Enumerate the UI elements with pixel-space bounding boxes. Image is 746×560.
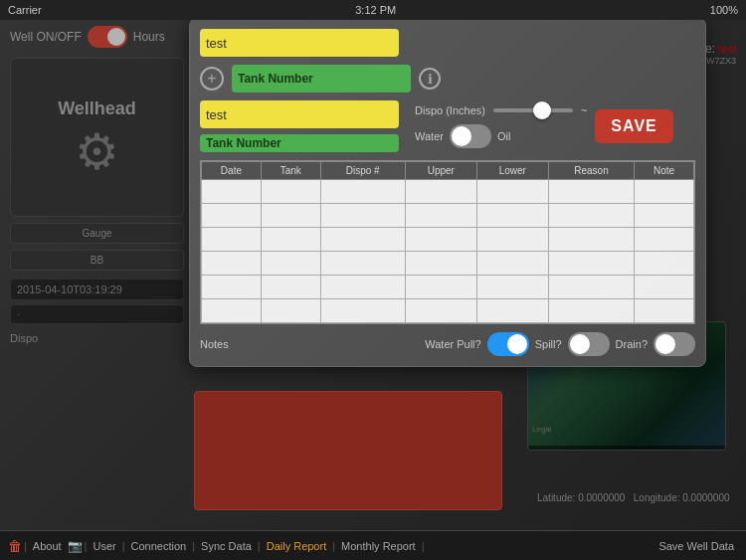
water-pull-label: Water Pull?: [425, 338, 480, 350]
trash-icon[interactable]: 🗑: [8, 538, 22, 554]
table-cell[interactable]: [405, 252, 476, 276]
drain-label: Drain?: [616, 338, 648, 350]
table-row: [202, 299, 694, 323]
modal-bottom-row: Notes Water Pull? Spill? Drain?: [200, 332, 695, 356]
sep7: |: [422, 540, 425, 552]
table-cell[interactable]: [548, 276, 634, 299]
table-cell[interactable]: [405, 276, 476, 299]
table-cell[interactable]: [320, 299, 405, 323]
table-cell[interactable]: [405, 299, 476, 323]
table-cell[interactable]: [202, 180, 262, 204]
table-cell[interactable]: [261, 180, 320, 204]
table-cell[interactable]: [635, 252, 694, 276]
table-cell[interactable]: [405, 180, 476, 204]
camera-icon[interactable]: 📷: [68, 539, 83, 553]
drain-toggle[interactable]: [653, 332, 695, 356]
water-pull-toggle[interactable]: [487, 332, 529, 356]
table-cell[interactable]: [476, 299, 548, 323]
table-cell[interactable]: [635, 276, 694, 299]
modal-form-row: Dispo (Inches) ~ Water Oil SAVE: [200, 100, 695, 152]
table-cell[interactable]: [202, 299, 262, 323]
drain-knob: [655, 334, 675, 354]
bottom-toolbar: 🗑 | About 📷 | User | Connection | Sync D…: [0, 530, 746, 560]
water-pull-knob: [507, 334, 527, 354]
dispo-section: Dispo (Inches) ~: [415, 104, 587, 116]
about-button[interactable]: About: [29, 540, 66, 552]
save-well-data-button[interactable]: Save Well Data: [654, 540, 738, 552]
sync-data-button[interactable]: Sync Data: [197, 540, 256, 552]
toggle-knob-water-oil: [452, 126, 471, 146]
table-cell[interactable]: [476, 180, 548, 204]
col-reason: Reason: [548, 162, 634, 180]
table-cell[interactable]: [635, 299, 694, 323]
add-button[interactable]: +: [200, 67, 224, 91]
monthly-report-button[interactable]: Monthly Report: [337, 540, 420, 552]
table-body: [202, 180, 694, 323]
col-note: Note: [635, 162, 694, 180]
modal-top-row: [200, 29, 695, 57]
col-dispo: Dispo #: [320, 162, 405, 180]
sep6: |: [332, 540, 335, 552]
table-row: [202, 204, 694, 228]
table-cell[interactable]: [261, 299, 320, 323]
well-name-input[interactable]: [200, 29, 399, 57]
water-label: Water: [415, 130, 444, 142]
table-cell[interactable]: [548, 180, 634, 204]
table-cell[interactable]: [320, 204, 405, 228]
modal-dialog: + ℹ Dispo (Inches) ~ Water Oil: [189, 18, 706, 367]
col-date: Date: [202, 162, 262, 180]
save-button[interactable]: SAVE: [595, 109, 672, 143]
table-cell[interactable]: [202, 252, 262, 276]
table-cell[interactable]: [405, 204, 476, 228]
dispo-slider-track: [493, 108, 573, 112]
table-cell[interactable]: [320, 276, 405, 299]
spill-knob: [570, 334, 590, 354]
table-cell[interactable]: [476, 204, 548, 228]
sep5: |: [258, 540, 261, 552]
info-button[interactable]: ℹ: [419, 68, 441, 90]
table-cell[interactable]: [548, 204, 634, 228]
table-row: [202, 276, 694, 299]
user-button[interactable]: User: [89, 540, 119, 552]
sep3: |: [122, 540, 125, 552]
water-pull-section: Water Pull? Spill? Drain?: [425, 332, 695, 356]
connection-button[interactable]: Connection: [127, 540, 191, 552]
table-cell[interactable]: [635, 204, 694, 228]
table-cell[interactable]: [476, 228, 548, 252]
table-cell[interactable]: [261, 276, 320, 299]
table-cell[interactable]: [635, 180, 694, 204]
table-cell[interactable]: [261, 252, 320, 276]
table-cell[interactable]: [320, 180, 405, 204]
table-cell[interactable]: [476, 276, 548, 299]
table-row: [202, 228, 694, 252]
water-oil-toggle[interactable]: [450, 124, 491, 148]
table-cell[interactable]: [548, 228, 634, 252]
table-cell[interactable]: [405, 228, 476, 252]
table-cell[interactable]: [548, 252, 634, 276]
sep1: |: [24, 540, 27, 552]
well-name-input-2[interactable]: [200, 100, 399, 128]
table-cell[interactable]: [548, 299, 634, 323]
carrier-label: Carrier: [8, 4, 42, 16]
water-oil-section: Water Oil: [415, 124, 587, 148]
spill-toggle[interactable]: [568, 332, 610, 356]
table-cell[interactable]: [635, 228, 694, 252]
table-cell[interactable]: [261, 228, 320, 252]
table-cell[interactable]: [202, 276, 262, 299]
table-cell[interactable]: [476, 252, 548, 276]
tank-number-input-2[interactable]: [200, 134, 399, 152]
table-cell[interactable]: [202, 228, 262, 252]
table-cell[interactable]: [261, 204, 320, 228]
table-cell[interactable]: [320, 228, 405, 252]
modal-row2: + ℹ: [200, 65, 695, 93]
dispo-slider-knob[interactable]: [533, 101, 551, 119]
battery-label: 100%: [710, 4, 738, 16]
status-bar: Carrier 3:12 PM 100%: [0, 0, 746, 20]
col-lower: Lower: [476, 162, 548, 180]
table-cell[interactable]: [202, 204, 262, 228]
table-cell[interactable]: [320, 252, 405, 276]
tank-number-input[interactable]: [232, 65, 411, 93]
notes-label: Notes: [200, 338, 229, 350]
sep4: |: [192, 540, 195, 552]
daily-report-button[interactable]: Daily Report: [263, 540, 331, 552]
